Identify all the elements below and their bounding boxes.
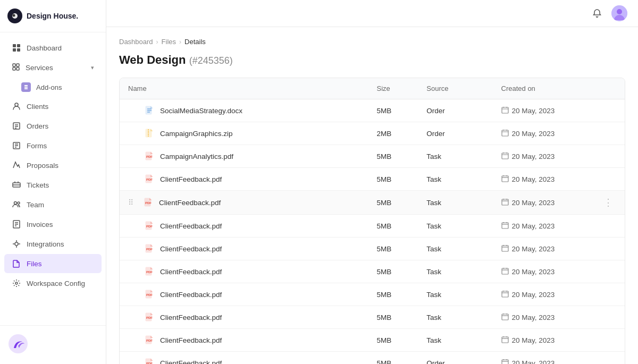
workspace-config-icon: [12, 278, 21, 288]
svg-rect-50: [502, 153, 508, 159]
file-name: ClientFeedback.pdf: [160, 222, 222, 230]
file-source: Task: [418, 283, 492, 306]
team-icon: [12, 200, 21, 209]
svg-point-30: [15, 282, 18, 284]
sidebar-item-clients-label: Clients: [27, 103, 48, 111]
svg-rect-9: [16, 67, 19, 70]
file-source: Task: [418, 329, 492, 352]
sidebar-item-integrations[interactable]: Integrations: [4, 234, 102, 253]
row-actions-cell: [592, 283, 625, 306]
sidebar-item-proposals[interactable]: Proposals: [4, 156, 102, 175]
svg-rect-12: [24, 88, 28, 89]
svg-point-23: [14, 202, 17, 205]
file-name: ClientFeedback.pdf: [160, 175, 222, 183]
file-type-icon: PDF: [144, 358, 155, 364]
sidebar-item-files[interactable]: Files: [4, 254, 102, 273]
svg-rect-5: [17, 48, 20, 52]
date-text: 20 May, 2023: [512, 268, 555, 276]
row-actions-cell: [592, 215, 625, 238]
drag-handle-icon[interactable]: ⠿: [128, 198, 138, 207]
sidebar-item-team[interactable]: Team: [4, 195, 102, 214]
sidebar-item-dashboard[interactable]: Dashboard: [4, 38, 102, 57]
svg-rect-11: [24, 87, 28, 88]
file-size: 5MB: [368, 215, 418, 238]
svg-rect-10: [24, 85, 28, 86]
svg-text:PDF: PDF: [146, 270, 153, 274]
file-type-icon: PDF: [144, 266, 155, 277]
sidebar-item-forms[interactable]: Forms: [4, 136, 102, 155]
svg-text:PDF: PDF: [146, 155, 153, 158]
sidebar-item-services-label: Services: [26, 64, 53, 72]
file-created: 20 May, 2023: [493, 306, 592, 329]
file-created: 20 May, 2023: [493, 145, 592, 168]
sidebar-item-clients[interactable]: Clients: [4, 97, 102, 116]
table-row: PDF ClientFeedback.pdf 5MB Task 20 May, …: [120, 260, 625, 283]
table-row: PDF ClientFeedback.pdf 5MB Task 20 May, …: [120, 283, 625, 306]
sidebar-item-workspace-config[interactable]: Workspace Config: [4, 274, 102, 293]
sidebar-item-invoices[interactable]: Invoices: [4, 215, 102, 234]
notification-button[interactable]: [589, 5, 605, 21]
main-content: Dashboard › Files › Details Web Design (…: [106, 0, 638, 364]
sidebar-item-tickets[interactable]: Tickets: [4, 175, 102, 194]
calendar-icon: [501, 244, 509, 253]
row-actions-cell: [592, 122, 625, 145]
breadcrumb-sep-2: ›: [179, 38, 181, 46]
file-type-icon: PDF: [144, 289, 155, 300]
sidebar-nav: Dashboard Services ▾ Add-ons Clients: [0, 32, 106, 325]
row-menu-button[interactable]: ⋮: [600, 196, 616, 209]
top-bar: [106, 0, 638, 27]
date-text: 20 May, 2023: [512, 314, 555, 321]
svg-text:PDF: PDF: [146, 362, 153, 364]
svg-point-29: [15, 242, 18, 246]
calendar-icon: [501, 336, 509, 345]
date-text: 20 May, 2023: [512, 336, 555, 344]
page-title: Web Design (#245356): [119, 53, 625, 67]
svg-text:PDF: PDF: [146, 316, 153, 319]
file-size: 5MB: [368, 306, 418, 329]
row-actions-cell: [592, 145, 625, 168]
sidebar-item-team-label: Team: [27, 201, 44, 209]
user-avatar[interactable]: [611, 5, 627, 21]
file-name: ClientFeedback.pdf: [160, 336, 222, 344]
file-name: ClientFeedback.pdf: [159, 199, 221, 207]
svg-rect-68: [502, 223, 508, 228]
table-row: ⠿ PDF ClientFeedback.pdf 5MB Task 20 May…: [120, 191, 625, 215]
sidebar-item-proposals-label: Proposals: [27, 162, 58, 170]
file-size: 5MB: [368, 168, 418, 191]
breadcrumb-sep-1: ›: [156, 38, 158, 46]
date-text: 20 May, 2023: [512, 175, 555, 183]
app-logo[interactable]: Design House.: [0, 0, 106, 32]
file-name-cell: PDF ClientFeedback.pdf: [120, 283, 368, 306]
svg-rect-2: [13, 44, 16, 47]
row-actions-cell: [592, 99, 625, 122]
file-type-icon: PDF: [144, 174, 155, 184]
date-text: 20 May, 2023: [512, 130, 555, 138]
calendar-icon: [501, 198, 509, 207]
file-name: SocialMediaStrategy.docx: [160, 107, 242, 115]
sidebar-item-services[interactable]: Services ▾: [4, 58, 102, 78]
sidebar-footer: [0, 325, 106, 364]
svg-rect-3: [17, 44, 20, 47]
page-content: Dashboard › Files › Details Web Design (…: [106, 27, 638, 364]
file-created: 20 May, 2023: [493, 168, 592, 191]
sidebar-item-invoices-label: Invoices: [27, 221, 53, 228]
file-source: Task: [418, 215, 492, 238]
file-created: 20 May, 2023: [493, 122, 592, 145]
file-type-icon: PDF: [144, 151, 155, 162]
date-text: 20 May, 2023: [512, 199, 555, 207]
sidebar-item-orders[interactable]: Orders: [4, 116, 102, 136]
sidebar-item-addons[interactable]: Add-ons: [4, 78, 102, 96]
svg-rect-44: [502, 130, 508, 136]
svg-point-1: [13, 14, 15, 17]
breadcrumb-files[interactable]: Files: [162, 38, 176, 46]
tickets-icon: [12, 180, 21, 190]
table-row: SocialMediaStrategy.docx 5MB Order 20 Ma…: [120, 99, 625, 122]
file-name-cell: PDF ClientFeedback.pdf: [120, 168, 368, 191]
table-header-row: Name Size Source Created on: [120, 78, 625, 99]
svg-rect-74: [502, 246, 508, 251]
breadcrumb-dashboard[interactable]: Dashboard: [119, 38, 153, 46]
date-text: 20 May, 2023: [512, 107, 555, 115]
page-title-text: Web Design: [119, 53, 186, 66]
date-text: 20 May, 2023: [512, 359, 555, 365]
dashboard-icon: [12, 43, 21, 53]
